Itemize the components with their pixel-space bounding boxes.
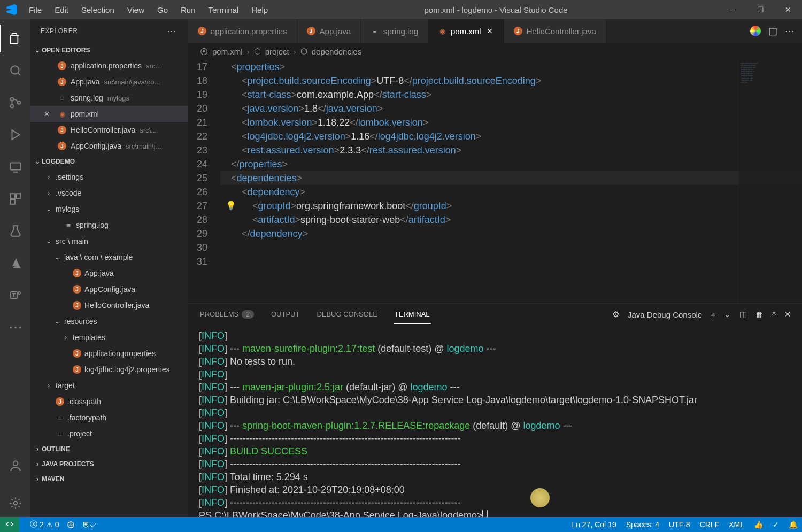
tree-item[interactable]: ≡.project	[30, 426, 188, 442]
tree-item[interactable]: ›.vscode	[30, 185, 188, 201]
project-section[interactable]: ⌄LOGDEMO	[30, 154, 188, 169]
tab-pom-xml[interactable]: ◉pom.xml✕	[428, 19, 504, 43]
menu-run[interactable]: Run	[175, 2, 201, 18]
tab-output[interactable]: OUTPUT	[270, 305, 300, 324]
open-editor-item[interactable]: ✕◉pom.xml	[30, 106, 188, 122]
more-actions-icon[interactable]: ⋯	[785, 25, 795, 37]
terminal[interactable]: [INFO][INFO] --- maven-surefire-plugin:2…	[188, 325, 802, 517]
tab-App-java[interactable]: JApp.java	[297, 19, 361, 43]
tree-item[interactable]: ›templates	[30, 329, 188, 345]
eol[interactable]: CRLF	[700, 520, 720, 529]
tab-spring-log[interactable]: ≡spring.log	[361, 19, 428, 43]
tree-item[interactable]: ≡.factorypath	[30, 410, 188, 426]
split-editor-icon[interactable]: ◫	[768, 25, 777, 37]
tree-item[interactable]: Jlog4jdbc.log4j2.properties	[30, 361, 188, 377]
chevron-down-icon[interactable]: ⌄	[724, 310, 731, 319]
split-terminal-icon[interactable]: ◫	[739, 310, 747, 319]
close-icon[interactable]: ✕	[485, 27, 494, 35]
minimap[interactable]: xxxxx xxxxx xxxx xxxxxx xxxx xxxxxxx xx …	[738, 60, 802, 303]
breadcrumb[interactable]: ⦿ pom.xml › ⬡ project › ⬡ dependencies	[188, 43, 802, 60]
tab-application-properties[interactable]: Japplication.properties	[188, 19, 297, 43]
code-editor[interactable]: 171819202122232425262728293031 <properti…	[188, 60, 802, 303]
menu-help[interactable]: Help	[246, 2, 273, 18]
editor-area: Japplication.propertiesJApp.java≡spring.…	[188, 19, 802, 517]
problems-status[interactable]: ⓧ 2 ⚠ 0	[30, 520, 59, 529]
encoding[interactable]: UTF-8	[669, 520, 690, 529]
menu-selection[interactable]: Selection	[76, 2, 120, 18]
section-outline[interactable]: ›OUTLINE	[30, 442, 188, 457]
code-content[interactable]: <properties> <project.build.sourceEncodi…	[220, 60, 802, 303]
tab-problems[interactable]: PROBLEMS2	[199, 305, 255, 324]
statusbar: ⓧ 2 ⚠ 0 ⛨✓ Ln 27, Col 19 Spaces: 4 UTF-8…	[0, 517, 802, 532]
menu-edit[interactable]: Edit	[49, 2, 74, 18]
prettier-icon[interactable]: ✓	[773, 520, 779, 529]
maximize-panel-icon[interactable]: ^	[772, 310, 776, 319]
color-theme-icon[interactable]	[750, 26, 761, 36]
menu-terminal[interactable]: Terminal	[203, 2, 244, 18]
maximize-button[interactable]: ☐	[746, 0, 774, 19]
tab-terminal[interactable]: TERMINAL	[394, 305, 431, 324]
tab-HelloController-java[interactable]: JHelloController.java	[504, 19, 606, 43]
tree-item[interactable]: JHelloController.java	[30, 297, 188, 313]
open-editor-item[interactable]: ✕JHelloController.javasrc\...	[30, 122, 188, 138]
tree-item[interactable]: ⌄src \ main	[30, 233, 188, 249]
tree-item[interactable]: Japplication.properties	[30, 345, 188, 361]
indentation[interactable]: Spaces: 4	[626, 520, 659, 529]
search-icon[interactable]	[0, 57, 30, 84]
menu-go[interactable]: Go	[152, 2, 173, 18]
file-icon: ≡	[58, 94, 66, 102]
feedback-icon[interactable]: 👍	[754, 520, 763, 529]
teams-icon[interactable]	[0, 281, 30, 309]
remote-indicator[interactable]	[0, 517, 19, 532]
tree-item[interactable]: JAppConfig.java	[30, 281, 188, 297]
more-icon[interactable]: ⋯	[0, 313, 30, 341]
new-terminal-icon[interactable]: +	[711, 310, 715, 319]
tree-item[interactable]: ⌄mylogs	[30, 201, 188, 217]
open-editor-item[interactable]: ✕≡spring.logmylogs	[30, 90, 188, 106]
notifications-icon[interactable]: 🔔	[789, 520, 798, 529]
section-maven[interactable]: ›MAVEN	[30, 472, 188, 487]
tree-item[interactable]: J.classpath	[30, 394, 188, 410]
java-icon: J	[73, 349, 81, 358]
svg-point-10	[18, 292, 20, 294]
trash-icon[interactable]: 🗑	[755, 310, 764, 319]
minimize-button[interactable]: ─	[719, 0, 746, 19]
java-status[interactable]: ⛨✓	[82, 520, 97, 529]
explorer-icon[interactable]	[0, 25, 30, 52]
source-control-icon[interactable]	[0, 89, 30, 117]
run-debug-icon[interactable]	[0, 121, 30, 149]
menu-file[interactable]: File	[24, 2, 47, 18]
ports-status[interactable]	[67, 521, 75, 529]
tree-item[interactable]: ⌄java \ com \ example	[30, 249, 188, 265]
open-editors-section[interactable]: ⌄OPEN EDITORS	[30, 43, 188, 58]
language-mode[interactable]: XML	[729, 520, 744, 529]
tree-item[interactable]: JApp.java	[30, 265, 188, 281]
close-panel-icon[interactable]: ✕	[784, 310, 791, 319]
lightbulb-icon[interactable]: 💡	[226, 199, 236, 213]
open-editor-item[interactable]: ✕JAppConfig.javasrc\main\j...	[30, 138, 188, 154]
settings-icon[interactable]	[0, 489, 30, 517]
close-icon[interactable]: ✕	[44, 110, 53, 118]
vscode-logo-icon	[6, 4, 17, 15]
close-button[interactable]: ✕	[774, 0, 802, 19]
tree-item[interactable]: ⌄resources	[30, 313, 188, 329]
task-label[interactable]: Java Debug Console	[628, 310, 702, 319]
open-editor-item[interactable]: ✕Japplication.propertiessrc...	[30, 58, 188, 74]
account-icon[interactable]	[0, 452, 30, 480]
file-icon: ≡	[64, 221, 73, 229]
menu-view[interactable]: View	[122, 2, 150, 18]
debug-task-icon[interactable]: ⚙	[612, 310, 619, 319]
open-editor-item[interactable]: ✕JApp.javasrc\main\java\co...	[30, 74, 188, 90]
extensions-icon[interactable]	[0, 185, 30, 213]
azure-icon[interactable]	[0, 249, 30, 277]
tab-debug-console[interactable]: DEBUG CONSOLE	[315, 305, 378, 324]
java-icon: J	[514, 27, 522, 35]
cursor-position[interactable]: Ln 27, Col 19	[572, 520, 616, 529]
tree-item[interactable]: ›target	[30, 377, 188, 394]
sidebar-more-icon[interactable]: ⋯	[167, 25, 178, 37]
remote-explorer-icon[interactable]	[0, 153, 30, 181]
tree-item[interactable]: ›.settings	[30, 169, 188, 185]
testing-icon[interactable]	[0, 217, 30, 245]
section-java-projects[interactable]: ›JAVA PROJECTS	[30, 457, 188, 472]
tree-item[interactable]: ≡spring.log	[30, 217, 188, 233]
